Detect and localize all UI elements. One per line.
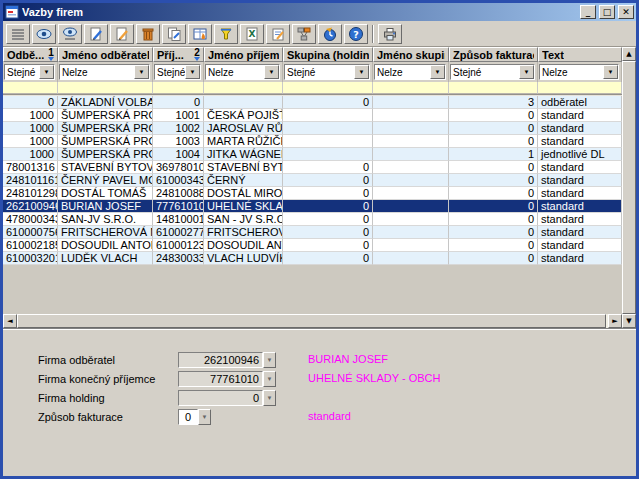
grid-cell[interactable]: standard [538, 109, 622, 122]
column-header[interactable]: Příj... 2 [153, 47, 204, 62]
grid-cell[interactable]: 1001 [153, 109, 204, 122]
grid-cell[interactable]: 0 [283, 161, 373, 174]
new-record-button[interactable] [84, 24, 108, 44]
close-button[interactable]: ✕ [618, 5, 634, 19]
column-header[interactable]: Jméno skupiny [373, 47, 449, 62]
grid-cell[interactable] [283, 122, 373, 135]
edit-record-button[interactable] [110, 24, 134, 44]
grid-cell[interactable]: standard [538, 187, 622, 200]
horizontal-scroll-thumb[interactable] [17, 314, 606, 328]
grid-cell[interactable]: 0 [283, 239, 373, 252]
table-row[interactable]: 1000 ŠUMPERSKÁ PROVO 1001 ČESKÁ POJIŠŤOV… [3, 109, 622, 122]
grid-cell[interactable]: 1004 [153, 148, 204, 161]
grid-cell[interactable]: 78001316 [3, 161, 58, 174]
splitter[interactable] [3, 328, 636, 335]
table-row[interactable]: 610000756 FRITSCHEROVÁ MA 61000277 FRITS… [3, 226, 622, 239]
grid-cell[interactable]: 0 [283, 226, 373, 239]
grid-cell[interactable]: jednotlivé DL [538, 148, 622, 161]
table-row[interactable]: 610002185 DOSOUDIL ANTONÍ 61000123 DOSOU… [3, 239, 622, 252]
field-dropdown-arrow-icon[interactable]: ▼ [198, 409, 211, 425]
maximize-button[interactable]: □ [599, 5, 615, 19]
dropdown-arrow-icon[interactable]: ▼ [185, 65, 200, 79]
field-dropdown-arrow-icon[interactable]: ▼ [263, 371, 276, 387]
grid-new-row[interactable] [3, 82, 622, 96]
grid-cell[interactable]: standard [538, 122, 622, 135]
grid-cell[interactable]: 262100946 [3, 200, 58, 213]
filter-combobox[interactable]: Nelze ▼ [539, 64, 619, 80]
filter-combobox[interactable]: Nelze ▼ [374, 64, 446, 80]
filter-button[interactable] [214, 24, 238, 44]
mass-change-button[interactable] [188, 24, 212, 44]
column-header[interactable]: Způsob fakturace [449, 47, 538, 62]
grid-cell[interactable]: 0 [283, 187, 373, 200]
table-row[interactable]: 1000 ŠUMPERSKÁ PROVO 1002 JAROSLAV RŮŽIČ… [3, 122, 622, 135]
print-button[interactable] [378, 24, 402, 44]
grid-cell[interactable]: ŠUMPERSKÁ PROVO [58, 135, 153, 148]
grid-cell[interactable]: standard [538, 200, 622, 213]
grid-cell[interactable]: FRITSCHEROVÁ MA [58, 226, 153, 239]
grid-cell[interactable]: LUDĚK VLACH [58, 252, 153, 265]
grid-cell[interactable]: 0 [283, 213, 373, 226]
scroll-left-icon[interactable]: ◄ [3, 314, 17, 328]
grid-cell[interactable] [373, 109, 449, 122]
grid-cell[interactable]: SAN-JV S.R.O. [58, 213, 153, 226]
grid-cell[interactable]: ŠUMPERSKÁ PROVO [58, 122, 153, 135]
field-input[interactable]: 0 [178, 409, 198, 425]
grid-cell[interactable]: 1000 [3, 135, 58, 148]
grid-cell[interactable] [373, 135, 449, 148]
grid-cell[interactable]: 1002 [153, 122, 204, 135]
filter-combobox[interactable]: Nelze ▼ [59, 64, 150, 80]
grid-cell[interactable] [373, 187, 449, 200]
field-dropdown-arrow-icon[interactable]: ▼ [263, 390, 276, 406]
table-row[interactable]: 610003201 LUDĚK VLACH 24830033 VLACH LUD… [3, 252, 622, 265]
grid-cell[interactable]: 14810001 [153, 213, 204, 226]
field-input[interactable]: 0 [178, 390, 263, 406]
grid-cell[interactable] [58, 82, 153, 94]
dropdown-arrow-icon[interactable]: ▼ [603, 65, 618, 79]
table-row[interactable]: 78001316 STAVEBNÍ BYTOVÉ 36978010 STAVEB… [3, 161, 622, 174]
grid-cell[interactable]: 610002185 [3, 239, 58, 252]
grid-cell[interactable] [373, 252, 449, 265]
dropdown-arrow-icon[interactable]: ▼ [430, 65, 445, 79]
grid-cell[interactable] [373, 226, 449, 239]
grid-cell[interactable]: 478000343 [3, 213, 58, 226]
scroll-up-icon[interactable]: ▲ [622, 47, 636, 61]
grid-cell[interactable] [3, 82, 58, 94]
table-row[interactable]: 1000 ŠUMPERSKÁ PROVO 1003 MARTA RŮŽIČKOV… [3, 135, 622, 148]
grid-cell[interactable]: DOSOUDIL ANTONÍ [58, 239, 153, 252]
field-dropdown-arrow-icon[interactable]: ▼ [263, 352, 276, 368]
grid-cell[interactable]: 610003201 [3, 252, 58, 265]
copy-record-button[interactable] [162, 24, 186, 44]
grid-cell[interactable]: DOSTÁL MIROSLAV [204, 187, 283, 200]
grid-cell[interactable]: ČERNÝ [204, 174, 283, 187]
grid-cell[interactable]: standard [538, 213, 622, 226]
dropdown-arrow-icon[interactable]: ▼ [519, 65, 534, 79]
grid-cell[interactable]: DOSOUDIL ANTO [204, 239, 283, 252]
grid-cell[interactable]: 0 [449, 122, 538, 135]
delete-record-button[interactable] [136, 24, 160, 44]
grid-cell[interactable]: 36978010 [153, 161, 204, 174]
grid-cell[interactable] [373, 161, 449, 174]
grid-cell[interactable] [373, 174, 449, 187]
grid-cell[interactable]: 0 [283, 252, 373, 265]
filter-combobox[interactable]: Nelze ▼ [205, 64, 280, 80]
grid-cell[interactable]: 0 [283, 174, 373, 187]
grid-cell[interactable]: 0 [449, 135, 538, 148]
horizontal-scrollbar[interactable]: ◄ ► [3, 314, 622, 328]
scroll-right-icon[interactable]: ► [608, 314, 622, 328]
field-input[interactable]: 77761010 [178, 371, 263, 387]
grid-cell[interactable]: 0 [3, 96, 58, 109]
grid-cell[interactable]: 0 [449, 213, 538, 226]
dropdown-arrow-icon[interactable]: ▼ [354, 65, 369, 79]
filter-combobox[interactable]: Stejné ▼ [4, 64, 55, 80]
column-header[interactable]: Jméno odběratele [58, 47, 153, 62]
table-row[interactable]: 478000343 SAN-JV S.R.O. 14810001 SAN - J… [3, 213, 622, 226]
grid-cell[interactable]: 61000123 [153, 239, 204, 252]
minimize-button[interactable]: _ [580, 5, 596, 19]
filter-combobox[interactable]: Stejné ▼ [284, 64, 370, 80]
grid-cell[interactable]: 24810088 [153, 187, 204, 200]
table-row[interactable]: 262100946 BURIAN JOSEF 77761010 UHELNÉ S… [3, 200, 622, 213]
grid-cell[interactable]: ZÁKLADNÍ VOLBA [58, 96, 153, 109]
dropdown-arrow-icon[interactable]: ▼ [264, 65, 279, 79]
grid-cell[interactable]: ČESKÁ POJIŠŤOVN [204, 109, 283, 122]
